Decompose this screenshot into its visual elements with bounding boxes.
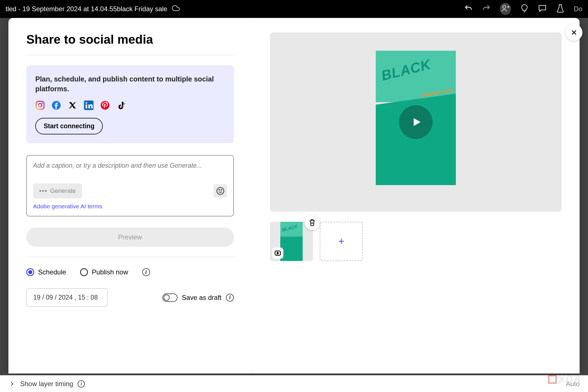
- thumbnail-item[interactable]: BLACK: [270, 222, 313, 261]
- delete-thumbnail-button[interactable]: [305, 215, 320, 230]
- divider: [26, 257, 234, 257]
- save-draft-toggle[interactable]: [162, 293, 178, 302]
- chevron-icon[interactable]: [8, 380, 16, 388]
- publish-now-label: Publish now: [92, 268, 128, 276]
- preview-button[interactable]: Preview: [26, 228, 234, 247]
- info-icon[interactable]: i: [142, 268, 150, 276]
- schedule-label: Schedule: [38, 268, 66, 276]
- video-badge-icon: [272, 248, 283, 259]
- svg-point-6: [86, 102, 87, 104]
- ai-terms-link[interactable]: Adobe generative AI terms: [33, 203, 102, 209]
- svg-point-0: [503, 5, 506, 8]
- thumbnails-row: BLACK +: [270, 222, 562, 261]
- svg-point-3: [42, 102, 43, 104]
- social-platform-icons: [35, 101, 225, 110]
- redo-icon[interactable]: [482, 4, 491, 14]
- publish-options: Schedule Publish now i: [26, 268, 234, 276]
- svg-rect-1: [36, 101, 44, 109]
- generate-button[interactable]: ••• Generate: [33, 183, 82, 199]
- video-preview: BLACK seasonal sale: [376, 51, 456, 193]
- beaker-icon[interactable]: [556, 4, 565, 14]
- play-button[interactable]: [399, 105, 433, 139]
- connect-description: Plan, schedule, and publish content to m…: [35, 74, 225, 94]
- x-twitter-icon: [68, 101, 77, 110]
- bottom-bar: Show layer timing i Auto: [0, 375, 588, 392]
- close-button[interactable]: [566, 24, 582, 41]
- cloud-sync-icon[interactable]: [172, 4, 180, 14]
- svg-point-2: [38, 104, 42, 107]
- xda-watermark: XDA: [548, 374, 581, 385]
- undo-icon[interactable]: [464, 4, 473, 14]
- pinterest-icon: [100, 101, 110, 110]
- app-top-bar: tled - 19 September 2024 at 14.04.55blac…: [0, 0, 588, 18]
- svg-point-11: [221, 190, 222, 190]
- start-connecting-button[interactable]: Start connecting: [35, 118, 103, 134]
- timing-info-icon[interactable]: i: [78, 380, 85, 388]
- facebook-icon: [52, 101, 61, 110]
- dots-icon: •••: [39, 187, 47, 195]
- share-modal: Share to social media Plan, schedule, an…: [8, 18, 580, 374]
- linkedin-icon: [84, 101, 94, 110]
- video-preview-area: BLACK seasonal sale: [270, 32, 562, 212]
- publish-now-radio[interactable]: Publish now: [80, 268, 128, 276]
- download-button-partial[interactable]: Do: [574, 5, 582, 13]
- caption-input[interactable]: [33, 162, 227, 169]
- schedule-radio[interactable]: Schedule: [26, 268, 66, 276]
- datetime-input[interactable]: 19 / 09 / 2024 , 15 : 08: [26, 288, 108, 307]
- emoji-button[interactable]: [214, 184, 227, 198]
- caption-input-box: ••• Generate Adobe generative AI terms: [26, 155, 234, 216]
- share-left-panel: Share to social media Plan, schedule, an…: [8, 18, 252, 374]
- modal-title: Share to social media: [26, 32, 234, 55]
- svg-point-10: [219, 190, 220, 190]
- add-user-icon[interactable]: [500, 3, 511, 15]
- generate-label: Generate: [50, 187, 76, 195]
- show-layer-timing-label[interactable]: Show layer timing: [20, 380, 73, 388]
- instagram-icon: [35, 101, 45, 110]
- lightbulb-icon[interactable]: [520, 4, 529, 14]
- schedule-row: 19 / 09 / 2024 , 15 : 08 Save as draft i: [26, 288, 234, 307]
- svg-point-9: [217, 188, 224, 195]
- document-title: tled - 19 September 2024 at 14.04.55blac…: [6, 5, 167, 13]
- share-right-panel: BLACK seasonal sale BLACK: [252, 18, 580, 374]
- tiktok-icon: [116, 101, 126, 110]
- save-draft-label: Save as draft: [182, 294, 221, 302]
- draft-info-icon[interactable]: i: [226, 294, 234, 302]
- comment-icon[interactable]: [538, 4, 547, 14]
- svg-rect-7: [86, 104, 87, 108]
- connect-social-box: Plan, schedule, and publish content to m…: [26, 65, 234, 143]
- add-media-button[interactable]: +: [320, 222, 363, 261]
